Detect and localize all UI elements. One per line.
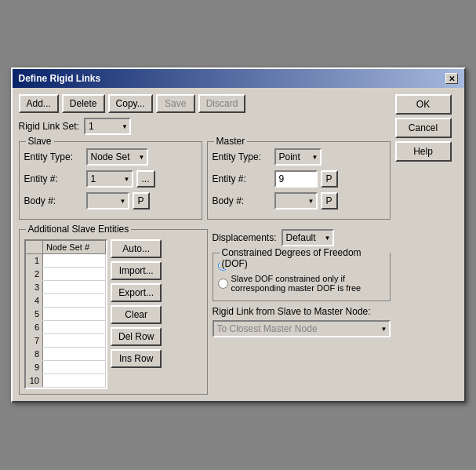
node-set-cell[interactable] <box>43 294 106 308</box>
dof-option2-label: Slave DOF constrained only if correspond… <box>231 274 385 293</box>
slave-entity-type-wrapper[interactable]: Node Set <box>86 148 148 166</box>
rigid-link-set-label: Rigid Link Set: <box>19 121 79 132</box>
dialog-title: Define Rigid Links <box>19 73 101 84</box>
discard-button[interactable]: Discard <box>198 94 246 113</box>
dialog-body: Add... Delete Copy... Save Discard Rigid… <box>13 88 464 401</box>
node-set-cell[interactable] <box>43 321 106 334</box>
node-set-cell[interactable] <box>43 281 106 294</box>
table-row[interactable]: 1 <box>26 254 106 268</box>
rigid-link-set-wrapper[interactable]: 1 <box>84 118 131 135</box>
clear-button[interactable]: Clear <box>111 305 162 324</box>
table-row[interactable]: 5 <box>26 308 106 321</box>
master-entity-type-label: Entity Type: <box>213 151 271 162</box>
table-row[interactable]: 7 <box>26 334 106 348</box>
displacements-wrapper[interactable]: Default <box>282 229 334 246</box>
save-button[interactable]: Save <box>156 94 195 113</box>
master-body-p-button[interactable]: P <box>321 192 338 209</box>
dof-option2-row: Slave DOF constrained only if correspond… <box>218 274 385 293</box>
master-entity-type-wrapper[interactable]: Point <box>274 148 322 166</box>
right-col: OK Cancel Help <box>395 94 458 395</box>
slave-entity-type-row: Entity Type: Node Set <box>24 148 197 166</box>
ins-row-button[interactable]: Ins Row <box>111 349 162 368</box>
rigid-link-from-wrapper[interactable]: To Closest Master Node <box>213 320 391 337</box>
table-row[interactable]: 2 <box>26 268 106 281</box>
auto-button[interactable]: Auto... <box>111 239 162 258</box>
toolbar-row: Add... Delete Copy... Save Discard <box>19 94 391 113</box>
node-set-cell[interactable] <box>43 348 106 361</box>
cancel-button[interactable]: Cancel <box>395 118 452 138</box>
master-body-num-wrapper[interactable] <box>274 192 318 209</box>
row-num-cell: 7 <box>26 334 43 348</box>
import-button[interactable]: Import... <box>111 261 162 280</box>
table-row[interactable]: 4 <box>26 294 106 308</box>
table-row[interactable]: 6 <box>26 321 106 334</box>
add-button[interactable]: Add... <box>19 94 59 113</box>
node-set-header: Node Set # <box>43 241 106 254</box>
master-group-title: Master <box>214 136 248 147</box>
del-row-button[interactable]: Del Row <box>111 327 162 346</box>
help-button[interactable]: Help <box>395 141 452 162</box>
slave-entity-type-label: Entity Type: <box>24 151 83 162</box>
node-set-cell[interactable] <box>43 254 106 268</box>
node-set-cell[interactable] <box>43 374 106 388</box>
side-buttons: Auto... Import... Export... Clear Del Ro… <box>111 239 162 389</box>
export-button[interactable]: Export... <box>111 283 162 302</box>
row-num-cell: 9 <box>26 361 43 374</box>
master-entity-num-label: Entity #: <box>213 173 271 184</box>
slave-table: Node Set # 12345678910 <box>26 241 107 388</box>
slave-table-container: Node Set # 12345678910 <box>24 239 108 389</box>
rigid-link-set-select[interactable]: 1 <box>84 118 131 135</box>
node-set-cell[interactable] <box>43 334 106 348</box>
title-bar: Define Rigid Links ✕ <box>13 69 464 88</box>
left-column: Add... Delete Copy... Save Discard Rigid… <box>19 94 391 395</box>
displacements-label: Displacements: <box>213 232 277 243</box>
table-row[interactable]: 10 <box>26 374 106 388</box>
slave-entity-type-select[interactable]: Node Set <box>86 148 148 166</box>
master-entity-num-row: Entity #: P <box>213 170 385 188</box>
copy-button[interactable]: Copy... <box>108 94 153 113</box>
slave-group-title: Slave <box>26 136 54 147</box>
row-num-cell: 3 <box>26 281 43 294</box>
slave-entity-num-select[interactable]: 1 <box>86 170 133 188</box>
slave-body-num-wrapper[interactable] <box>86 192 129 209</box>
slave-body-num-select[interactable] <box>86 192 129 209</box>
displacements-select[interactable]: Default <box>282 229 334 246</box>
define-rigid-links-dialog: Define Rigid Links ✕ Add... Delete Copy.… <box>11 67 466 403</box>
row-num-cell: 1 <box>26 254 43 268</box>
node-set-cell[interactable] <box>43 268 106 281</box>
node-set-cell[interactable] <box>43 361 106 374</box>
rigid-link-from-select[interactable]: To Closest Master Node <box>213 320 391 337</box>
master-entity-type-row: Entity Type: Point <box>213 148 385 166</box>
row-num-cell: 5 <box>26 308 43 321</box>
slave-group: Slave Entity Type: Node Set Entity #: <box>19 141 202 220</box>
table-row[interactable]: 3 <box>26 281 106 294</box>
additional-slave-group: Additional Slave Entities Node Set # <box>19 229 208 395</box>
delete-button[interactable]: Delete <box>62 94 105 113</box>
master-entity-type-select[interactable]: Point <box>274 148 322 166</box>
slave-entity-num-p-button[interactable]: ... <box>136 170 155 188</box>
master-body-num-row: Body #: P <box>213 192 385 209</box>
table-and-buttons: Node Set # 12345678910 Auto... Import...… <box>24 239 202 389</box>
master-group: Master Entity Type: Point Entity #: P <box>207 141 391 220</box>
table-row[interactable]: 8 <box>26 348 106 361</box>
master-entity-p-button[interactable]: P <box>321 170 338 188</box>
close-button[interactable]: ✕ <box>445 73 458 84</box>
slave-body-p-button[interactable]: P <box>133 192 150 209</box>
additional-slave-title: Additional Slave Entities <box>26 224 132 235</box>
table-row[interactable]: 9 <box>26 361 106 374</box>
slave-entity-num-label: Entity #: <box>24 173 83 184</box>
ok-button[interactable]: OK <box>395 94 452 115</box>
row-num-header <box>26 241 43 254</box>
master-body-num-select[interactable] <box>274 192 318 209</box>
bottom-panel: Additional Slave Entities Node Set # <box>19 229 391 395</box>
right-panel: Displacements: Default Constrained Degre… <box>213 229 391 395</box>
slave-entity-num-wrapper[interactable]: 1 <box>86 170 133 188</box>
dof-group: Constrained Degrees of Freedom (DOF) All… <box>213 253 391 301</box>
slave-body-num-label: Body #: <box>24 195 83 206</box>
dof-option2-radio[interactable] <box>218 279 228 289</box>
master-entity-num-input[interactable] <box>274 170 318 188</box>
master-body-num-label: Body #: <box>213 195 271 206</box>
displacements-row: Displacements: Default <box>213 229 391 246</box>
row-num-cell: 8 <box>26 348 43 361</box>
node-set-cell[interactable] <box>43 308 106 321</box>
